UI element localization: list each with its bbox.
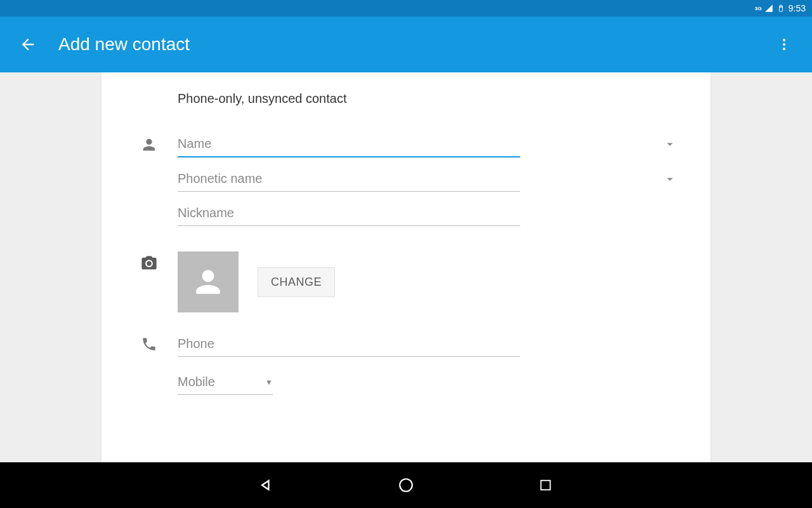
phone-icon: [140, 335, 159, 354]
change-photo-button[interactable]: CHANGE: [258, 267, 335, 297]
phone-type-select[interactable]: Mobile ▼: [178, 370, 273, 395]
phone-type-value: Mobile: [178, 375, 215, 389]
avatar-icon: [190, 264, 226, 300]
nav-back-icon: [258, 476, 275, 494]
expand-phonetic-button[interactable]: [661, 170, 679, 188]
svg-point-2: [783, 43, 785, 46]
nickname-input[interactable]: [178, 201, 520, 226]
back-button[interactable]: [15, 32, 41, 57]
content-area: Phone-only, unsynced contact: [0, 72, 812, 462]
svg-point-1: [783, 39, 785, 41]
name-row: [140, 131, 672, 157]
chevron-down-icon: [663, 172, 677, 186]
nav-home-icon: [398, 477, 414, 493]
status-bar: 3G 9:53: [0, 0, 812, 17]
phone-input[interactable]: [178, 331, 520, 357]
form-card: Phone-only, unsynced contact: [102, 72, 710, 462]
contact-storage-label: Phone-only, unsynced contact: [178, 91, 672, 106]
svg-point-3: [783, 48, 785, 50]
phonetic-name-input[interactable]: [178, 166, 520, 192]
nav-recents-icon: [539, 478, 553, 492]
network-3g-label: 3G: [755, 6, 762, 11]
svg-rect-0: [780, 6, 782, 8]
svg-point-4: [400, 479, 412, 491]
camera-icon: [140, 254, 159, 273]
signal-icon: [764, 4, 773, 13]
nav-back-button[interactable]: [254, 472, 279, 498]
dropdown-caret-icon: ▼: [265, 378, 273, 387]
svg-rect-5: [541, 481, 551, 490]
nav-recents-button[interactable]: [533, 472, 558, 498]
arrow-back-icon: [19, 36, 37, 53]
more-vert-icon: [776, 37, 792, 52]
phone-row: [140, 331, 672, 357]
nickname-row: [140, 201, 672, 226]
name-input[interactable]: [178, 131, 520, 157]
phone-type-row: Mobile ▼: [140, 370, 672, 395]
overflow-menu-button[interactable]: [771, 32, 797, 57]
clock: 9:53: [789, 3, 806, 13]
system-nav-bar: [0, 462, 812, 508]
page-title: Add new contact: [58, 34, 754, 55]
battery-icon: [777, 3, 785, 13]
network-indicator: 3G: [755, 4, 773, 13]
app-bar: Add new contact: [0, 17, 812, 72]
expand-name-button[interactable]: [661, 135, 679, 153]
person-icon: [140, 135, 159, 154]
nav-home-button[interactable]: [393, 472, 419, 498]
photo-row: CHANGE: [140, 251, 672, 312]
phonetic-row: [140, 166, 672, 192]
avatar-placeholder[interactable]: [178, 251, 239, 312]
chevron-down-icon: [663, 137, 677, 151]
